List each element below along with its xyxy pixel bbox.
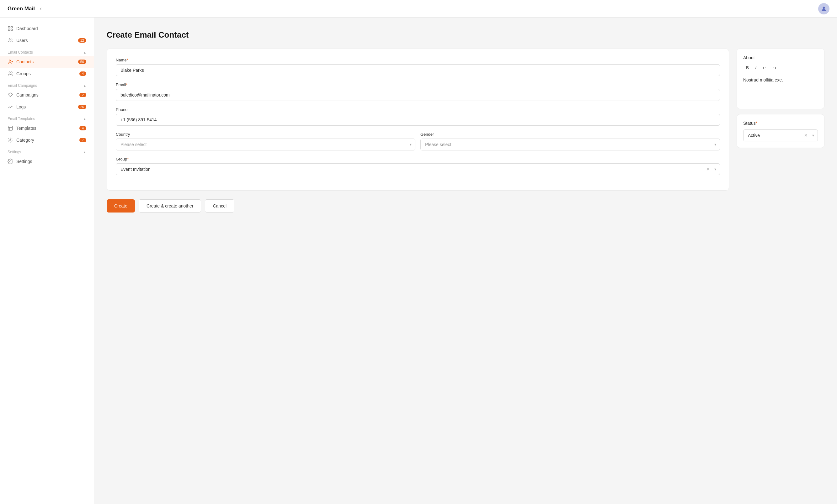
about-card: About B I ↩ ↪ Nostrud mollitia exe.: [736, 49, 824, 109]
svg-point-10: [9, 72, 11, 73]
svg-point-7: [9, 60, 11, 61]
status-card: Status* Active ✕ ▾: [736, 114, 824, 148]
sidebar-label-users: Users: [16, 38, 28, 43]
section-email-contacts: Email Contacts ▲: [0, 46, 94, 56]
sidebar-label-groups: Groups: [16, 71, 31, 76]
chevron-settings: ▲: [83, 150, 86, 154]
create-button[interactable]: Create: [107, 199, 135, 212]
sidebar-item-users[interactable]: Users 12: [0, 35, 94, 46]
phone-input[interactable]: [116, 114, 720, 126]
sidebar-item-groups[interactable]: Groups 4: [0, 68, 94, 80]
sidebar-badge-users: 12: [78, 38, 86, 43]
name-group: Name*: [116, 58, 720, 76]
svg-rect-1: [8, 26, 10, 28]
redo-button[interactable]: ↪: [770, 64, 779, 72]
sidebar-item-category[interactable]: Category 7: [0, 134, 94, 146]
sidebar-badge-category: 7: [79, 138, 86, 142]
svg-rect-3: [8, 29, 10, 31]
phone-label: Phone: [116, 107, 720, 112]
form-card: Name* Email* Phone: [107, 49, 729, 190]
svg-point-16: [10, 161, 11, 162]
create-another-button[interactable]: Create & create another: [139, 199, 201, 212]
country-label: Country: [116, 132, 415, 137]
sidebar-item-templates[interactable]: Templates 4: [0, 122, 94, 134]
sidebar-badge-templates: 4: [79, 126, 86, 130]
email-input[interactable]: [116, 89, 720, 101]
chevron-email-contacts: ▲: [83, 51, 86, 54]
content-area: Create Email Contact Name* Email*: [94, 18, 837, 504]
country-group: Country Please select ▾: [116, 132, 415, 150]
country-select[interactable]: Please select: [116, 138, 415, 150]
gender-select-wrapper: Please select ▾: [421, 138, 720, 150]
top-header: Green Mail ‹: [0, 0, 837, 18]
chevron-email-campaigns: ▲: [83, 84, 86, 88]
country-gender-row: Country Please select ▾ Gender: [116, 132, 720, 157]
sidebar-badge-logs: 26: [78, 105, 86, 109]
form-layout: Name* Email* Phone: [107, 49, 824, 212]
sidebar-item-contacts[interactable]: Contacts 50: [0, 56, 94, 68]
gender-label: Gender: [421, 132, 720, 137]
form-main: Name* Email* Phone: [107, 49, 729, 212]
gender-select[interactable]: Please select: [421, 138, 720, 150]
sidebar-label-campaigns: Campaigns: [16, 92, 39, 97]
section-email-campaigns: Email Campaigns ▲: [0, 80, 94, 89]
status-clear-button[interactable]: ✕: [804, 133, 808, 138]
group-clear-button[interactable]: ✕: [706, 167, 710, 172]
avatar[interactable]: [818, 3, 830, 14]
group-label: Group*: [116, 157, 720, 162]
sidebar-badge-campaigns: 2: [79, 93, 86, 97]
name-input[interactable]: [116, 64, 720, 76]
sidebar-label-contacts: Contacts: [16, 59, 34, 64]
status-select-wrapper: Active ✕ ▾: [743, 129, 818, 142]
bold-button[interactable]: B: [743, 64, 751, 72]
group-select[interactable]: Event Invitation: [116, 163, 720, 175]
sidebar: Dashboard Users 12 Email Contacts ▲ Cont…: [0, 18, 94, 504]
sidebar-label-templates: Templates: [16, 126, 36, 131]
sidebar-item-dashboard[interactable]: Dashboard: [0, 22, 94, 35]
svg-rect-2: [11, 26, 13, 28]
back-button[interactable]: ‹: [40, 5, 42, 12]
page-title: Create Email Contact: [107, 30, 824, 40]
svg-point-5: [9, 39, 11, 40]
svg-point-11: [11, 72, 13, 73]
group-select-wrapper: Event Invitation ✕ ▾: [116, 163, 720, 175]
sidebar-label-logs: Logs: [16, 105, 26, 109]
sidebar-badge-contacts: 50: [78, 59, 86, 64]
action-bar: Create Create & create another Cancel: [107, 199, 729, 212]
sidebar-item-settings[interactable]: Settings: [0, 155, 94, 167]
cancel-button[interactable]: Cancel: [205, 199, 234, 212]
svg-point-6: [11, 39, 12, 40]
app-title: Green Mail: [7, 6, 35, 12]
undo-button[interactable]: ↩: [760, 64, 769, 72]
svg-point-15: [10, 139, 11, 141]
rich-toolbar: B I ↩ ↪: [743, 64, 818, 74]
country-select-wrapper: Please select ▾: [116, 138, 415, 150]
group-group: Group* Event Invitation ✕ ▾: [116, 157, 720, 175]
svg-point-0: [823, 6, 825, 9]
name-label: Name*: [116, 58, 720, 62]
sidebar-label-dashboard: Dashboard: [16, 26, 38, 31]
about-title: About: [743, 55, 818, 60]
svg-rect-4: [11, 29, 13, 31]
italic-button[interactable]: I: [753, 64, 759, 72]
sidebar-badge-groups: 4: [79, 72, 86, 76]
chevron-email-templates: ▲: [83, 117, 86, 121]
sidebar-item-logs[interactable]: Logs 26: [0, 101, 94, 113]
sidebar-label-settings: Settings: [16, 159, 32, 164]
about-content[interactable]: Nostrud mollitia exe.: [743, 77, 818, 102]
email-label: Email*: [116, 82, 720, 87]
email-group: Email*: [116, 82, 720, 101]
status-title: Status*: [743, 121, 818, 126]
sidebar-item-campaigns[interactable]: Campaigns 2: [0, 89, 94, 101]
section-email-templates: Email Templates ▲: [0, 113, 94, 122]
gender-group: Gender Please select ▾: [421, 132, 720, 150]
form-side: About B I ↩ ↪ Nostrud mollitia exe. Stat…: [736, 49, 824, 148]
phone-group: Phone: [116, 107, 720, 126]
sidebar-label-category: Category: [16, 137, 34, 143]
section-settings: Settings ▲: [0, 146, 94, 155]
svg-rect-12: [8, 126, 13, 130]
